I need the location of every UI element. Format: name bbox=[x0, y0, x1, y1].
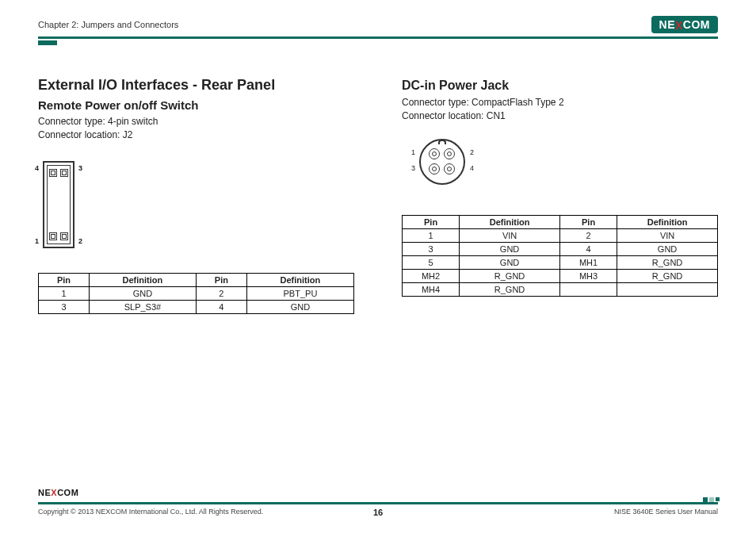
td: SLP_S3# bbox=[89, 300, 196, 313]
dcjack-notch-icon bbox=[438, 140, 446, 144]
brand-x-icon: X bbox=[51, 488, 57, 497]
td: R_GND bbox=[617, 269, 718, 282]
th: Pin bbox=[196, 273, 246, 286]
section-title: External I/O Interfaces - Rear Panel bbox=[38, 77, 354, 94]
th: Pin bbox=[403, 215, 460, 228]
brand-x-icon: X bbox=[675, 17, 683, 32]
page-header: Chapter 2: Jumpers and Connectors NEXCOM bbox=[38, 16, 718, 39]
copyright-text: Copyright © 2013 NEXCOM International Co… bbox=[38, 508, 263, 516]
td: MH2 bbox=[403, 269, 460, 282]
pin-label: 2 bbox=[78, 237, 82, 245]
connector-location: Connector location: CN1 bbox=[402, 109, 718, 123]
pin-label: 1 bbox=[35, 237, 39, 245]
connector-type: Connector type: 4-pin switch bbox=[38, 115, 354, 128]
td bbox=[559, 282, 617, 296]
td: VIN bbox=[460, 228, 560, 242]
pin-icon bbox=[429, 163, 440, 174]
table-row: 3 SLP_S3# 4 GND bbox=[39, 300, 354, 313]
table-row: MH4 R_GND bbox=[403, 282, 718, 296]
connector-meta: Connector type: 4-pin switch Connector l… bbox=[38, 115, 354, 142]
td: MH1 bbox=[559, 255, 617, 269]
pin-label: 3 bbox=[78, 164, 82, 172]
pinout-table: Pin Definition Pin Definition 1 VIN 2 VI… bbox=[402, 215, 718, 297]
td: GND bbox=[617, 242, 718, 255]
left-column: External I/O Interfaces - Rear Panel Rem… bbox=[38, 77, 354, 314]
page-footer: NEXCOM Copyright © 2013 NEXCOM Internati… bbox=[38, 487, 718, 516]
th: Pin bbox=[39, 273, 90, 286]
pin-icon bbox=[49, 232, 57, 240]
td bbox=[617, 282, 718, 296]
pin-label: 4 bbox=[470, 164, 474, 172]
manual-name: NISE 3640E Series User Manual bbox=[614, 508, 718, 516]
pin-icon bbox=[60, 169, 68, 177]
table-row: 3 GND 4 GND bbox=[403, 242, 718, 255]
subsection-title: DC-in Power Jack bbox=[402, 79, 718, 93]
th: Definition bbox=[246, 273, 353, 286]
footer-decor-icon bbox=[703, 497, 720, 502]
brand-post: COM bbox=[683, 18, 710, 31]
pin-label: 3 bbox=[411, 164, 415, 172]
pin-icon bbox=[444, 148, 455, 159]
pin-label: 1 bbox=[411, 148, 415, 156]
pin-icon bbox=[60, 232, 68, 240]
td: R_GND bbox=[460, 269, 560, 282]
pin-icon bbox=[444, 163, 455, 174]
content-columns: External I/O Interfaces - Rear Panel Rem… bbox=[38, 77, 718, 314]
td: 4 bbox=[196, 300, 246, 313]
td: 2 bbox=[559, 228, 617, 242]
pin-table-j2: Pin Definition Pin Definition 1 GND 2 PB… bbox=[38, 273, 354, 314]
table-row: MH2 R_GND MH3 R_GND bbox=[403, 269, 718, 282]
right-column: DC-in Power Jack Connector type: Compact… bbox=[402, 77, 718, 314]
connector-meta: Connector type: CompactFlash Type 2 Conn… bbox=[402, 96, 718, 123]
connector-cn1-diagram: 1 2 3 4 bbox=[408, 137, 479, 193]
pin-table-cn1: Pin Definition Pin Definition 1 VIN 2 VI… bbox=[402, 215, 718, 297]
td: MH4 bbox=[403, 282, 460, 296]
td: GND bbox=[460, 255, 560, 269]
connector-body bbox=[43, 161, 74, 248]
pin-label: 4 bbox=[35, 164, 39, 172]
td: R_GND bbox=[460, 282, 560, 296]
td: 2 bbox=[196, 286, 246, 300]
td: 3 bbox=[39, 300, 90, 313]
brand-pre: NE bbox=[38, 488, 51, 497]
brand-pre: NE bbox=[659, 18, 675, 31]
td: 5 bbox=[403, 255, 460, 269]
td: R_GND bbox=[617, 255, 718, 269]
brand-logo: NEXCOM bbox=[651, 16, 718, 33]
td: VIN bbox=[617, 228, 718, 242]
connector-location: Connector location: J2 bbox=[38, 128, 354, 142]
td: GND bbox=[460, 242, 560, 255]
table-row: 1 VIN 2 VIN bbox=[403, 228, 718, 242]
table-row: 5 GND MH1 R_GND bbox=[403, 255, 718, 269]
table-row: 1 GND 2 PBT_PU bbox=[39, 286, 354, 300]
footer-bar: Copyright © 2013 NEXCOM International Co… bbox=[38, 502, 718, 516]
pin-icon bbox=[49, 169, 57, 177]
subsection-title: Remote Power on/off Switch bbox=[38, 98, 354, 112]
td: 4 bbox=[559, 242, 617, 255]
td: MH3 bbox=[559, 269, 617, 282]
td: 1 bbox=[403, 228, 460, 242]
td: 1 bbox=[39, 286, 90, 300]
th: Definition bbox=[617, 215, 718, 228]
footer-brand-logo: NEXCOM bbox=[38, 488, 78, 497]
td: GND bbox=[246, 300, 353, 313]
th: Definition bbox=[460, 215, 560, 228]
connector-j2-diagram: 4 3 1 2 bbox=[43, 161, 74, 248]
th: Definition bbox=[89, 273, 196, 286]
page-number: 16 bbox=[373, 508, 383, 517]
pin-icon bbox=[429, 148, 440, 159]
td: GND bbox=[89, 286, 196, 300]
pinout-table: Pin Definition Pin Definition 1 GND 2 PB… bbox=[38, 273, 354, 314]
pin-label: 2 bbox=[470, 148, 474, 156]
brand-post: COM bbox=[57, 488, 78, 497]
th: Pin bbox=[559, 215, 617, 228]
connector-type: Connector type: CompactFlash Type 2 bbox=[402, 96, 718, 109]
td: 3 bbox=[403, 242, 460, 255]
td: PBT_PU bbox=[246, 286, 353, 300]
chapter-title: Chapter 2: Jumpers and Connectors bbox=[38, 20, 178, 29]
dcjack-pin-cluster bbox=[426, 148, 459, 177]
